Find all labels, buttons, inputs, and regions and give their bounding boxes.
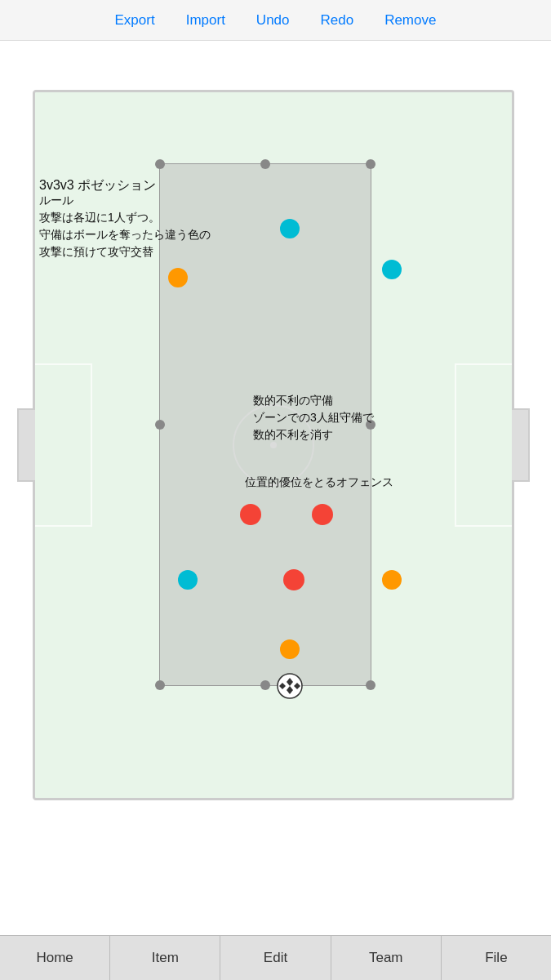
player-p1[interactable] xyxy=(280,219,300,238)
annotation-ann2: ルール 攻撃は各辺に1人ずつ。 守備はボールを奪ったら違う色の 攻撃に預けて攻守… xyxy=(39,192,211,261)
tab-file[interactable]: File xyxy=(442,936,551,980)
player-p9[interactable] xyxy=(280,639,300,659)
handle-bl[interactable] xyxy=(155,680,165,690)
player-p7[interactable] xyxy=(283,569,304,590)
penalty-area-right xyxy=(455,363,512,527)
handle-bc[interactable] xyxy=(260,680,270,690)
annotation-ann3: 数的不利の守備 ゾーンでの3人組守備で 数的不利を消す xyxy=(253,392,374,443)
tab-edit[interactable]: Edit xyxy=(220,936,331,980)
goal-left xyxy=(17,408,35,482)
handle-br[interactable] xyxy=(366,680,375,690)
toolbar-btn-redo[interactable]: Redo xyxy=(318,7,358,33)
player-p6[interactable] xyxy=(178,570,198,590)
toolbar-btn-undo[interactable]: Undo xyxy=(253,7,293,33)
toolbar-btn-export[interactable]: Export xyxy=(112,7,158,33)
player-p3[interactable] xyxy=(168,268,188,287)
canvas-area: 3v3v3 ポゼッションルール 攻撃は各辺に1人ずつ。 守備はボールを奪ったら違… xyxy=(0,41,551,935)
handle-tc[interactable] xyxy=(260,159,270,169)
toolbar-btn-remove[interactable]: Remove xyxy=(381,7,439,33)
toolbar-btn-import[interactable]: Import xyxy=(183,7,229,33)
player-p2[interactable] xyxy=(382,260,402,279)
tab-bar: HomeItemEditTeamFile xyxy=(0,935,551,980)
player-p5[interactable] xyxy=(312,504,333,525)
handle-ml[interactable] xyxy=(155,420,165,430)
player-p8[interactable] xyxy=(382,570,402,590)
tab-item[interactable]: Item xyxy=(110,936,220,980)
annotation-ann4: 位置的優位をとるオフェンス xyxy=(245,474,393,491)
handle-tl[interactable] xyxy=(155,159,165,169)
tab-home[interactable]: Home xyxy=(0,936,110,980)
player-p4[interactable] xyxy=(240,504,261,525)
ball[interactable] xyxy=(276,672,304,700)
goal-right xyxy=(512,408,530,482)
penalty-area-left xyxy=(35,363,92,527)
tab-team[interactable]: Team xyxy=(331,936,442,980)
toolbar: ExportImportUndoRedoRemove xyxy=(0,0,551,41)
handle-tr[interactable] xyxy=(366,159,375,169)
